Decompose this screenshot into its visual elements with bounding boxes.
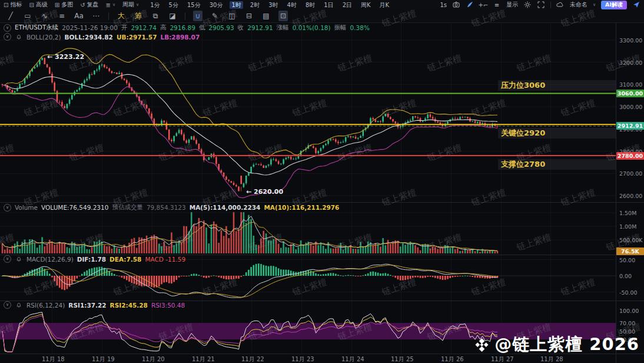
symbol-name[interactable]: ETH/USDT永续	[15, 24, 58, 32]
layout-name-dropdown[interactable]: 未命名	[570, 1, 587, 9]
divider	[185, 12, 185, 20]
fullscreen-icon[interactable]	[537, 1, 545, 9]
menu-chart-type[interactable]: ≣∨	[106, 2, 116, 8]
macd-dif-value: DIF:1.78	[77, 256, 106, 263]
alert-bell-icon[interactable]	[15, 255, 23, 263]
collapse-icon[interactable]: ∨	[4, 255, 11, 263]
timeframe-15分[interactable]: 15分	[185, 1, 203, 9]
collapse-icon[interactable]: ∨	[4, 24, 11, 32]
divider	[550, 2, 551, 8]
menu-replay-icon: ↺	[80, 2, 85, 8]
boll-mid-value: BOLL:2934.82	[65, 34, 113, 41]
timeframe-4时[interactable]: 4时	[286, 1, 298, 9]
alert-bell-icon[interactable]	[15, 301, 23, 309]
channel-badge: @链上紫檀 2026	[474, 333, 639, 357]
gear-icon[interactable]	[523, 1, 532, 9]
collapse-icon[interactable]: ∨	[4, 33, 11, 41]
timeframe-group: 1分5分15分30分1时2时3时4时8时1日2日周K月K	[148, 1, 391, 9]
top-toolbar: ⊡指标⊟高级⊞多图↺复盘≣∨周期∨ 1分5分15分30分1时2时3时4时8时1日…	[0, 0, 644, 9]
high-value: 2916.89	[170, 24, 195, 31]
change-label: 涨幅	[277, 24, 289, 32]
brush-icon[interactable]	[466, 1, 474, 9]
low-value: 2905.93	[208, 24, 234, 31]
high-label: 高	[160, 24, 167, 32]
low-label: 低	[199, 24, 205, 32]
volume-name: Volume	[15, 204, 38, 211]
snapshot-tool-icon[interactable]: ⊡	[278, 11, 288, 21]
timeframe-2时[interactable]: 2时	[248, 1, 261, 9]
menu-indicators[interactable]: ⊡指标	[4, 1, 22, 9]
timeframe-2日[interactable]: 2日	[341, 1, 354, 9]
macd-dea-value: DEA:7.58	[109, 256, 141, 263]
menu-advanced[interactable]: ⊟高级	[29, 1, 47, 9]
camera-icon[interactable]	[452, 1, 460, 9]
divider	[108, 12, 109, 20]
timeframe-5分[interactable]: 5分	[167, 1, 180, 9]
chevron-down-icon: ∨	[136, 2, 139, 7]
menu-group: ⊡指标⊟高级⊞多图↺复盘≣∨周期∨	[4, 1, 139, 9]
menu-multichart[interactable]: ⊞多图	[55, 1, 73, 9]
volume-ma10-value: MA(10):116,211.2976	[264, 204, 339, 211]
timeframe-3时[interactable]: 3时	[267, 1, 280, 9]
parallel-lines-icon[interactable]: ≡	[57, 11, 67, 21]
candle-datetime: 2025-11-26 19:00	[62, 24, 118, 31]
shape-rect-icon[interactable]: ▭	[23, 11, 32, 21]
timeframe-30分[interactable]: 30分	[208, 1, 225, 9]
timeframe-月K[interactable]: 月K	[378, 1, 391, 9]
share-icon[interactable]	[632, 1, 640, 9]
volume-est-label: 预估成交量	[112, 203, 143, 212]
wave-line-icon[interactable]: ∿	[40, 11, 49, 21]
menu-chart-type-icon: ≣	[106, 2, 111, 8]
timeframe-1日[interactable]: 1日	[322, 1, 335, 9]
volume-ma5-value: MA(5):114,000.2234	[190, 204, 261, 211]
timeframe-周K[interactable]: 周K	[359, 1, 373, 9]
ai-analysis-button[interactable]: AI解读	[601, 1, 627, 9]
change-value: 0.01%(0.18)	[293, 24, 331, 31]
cloud-icon	[556, 1, 565, 9]
trash-icon[interactable]: ⊟	[244, 11, 254, 21]
drawing-toolbar: ╱▭∿≡Aa⋯大筹⧉◪∪✎◫⊟▤⊡	[0, 9, 644, 23]
display-menu[interactable]: 显示	[506, 1, 518, 9]
close-label: 收	[238, 24, 244, 32]
menu-indicators-icon: ⊡	[4, 2, 8, 8]
menu-period[interactable]: 周期∨	[122, 1, 139, 9]
edit-pencil-icon[interactable]: ✎	[210, 11, 220, 21]
menu-replay[interactable]: ↺复盘	[80, 1, 98, 9]
volume-indicator-row: ∨ Volume VOLUME:76,549.2310 预估成交量 79,854…	[4, 203, 339, 212]
symbol-info-row: ∨ ETH/USDT永续 2025-11-26 19:00 开2912.74 高…	[4, 24, 370, 32]
chip-distribution-tool[interactable]: 筹	[134, 11, 143, 21]
boll-ub-value: UB:2971.57	[117, 34, 157, 41]
macd-hist-value: MACD -11.59	[145, 256, 185, 263]
open-label: 开	[121, 24, 128, 32]
boll-name: BOLL(20,2)	[26, 34, 61, 41]
timeframe-8时[interactable]: 8时	[304, 1, 317, 9]
open-value: 2912.74	[131, 24, 156, 31]
eraser-icon[interactable]: ◪	[168, 11, 177, 21]
trend-line-icon[interactable]: ╱	[6, 11, 15, 21]
toolbar-right: 1s +⌐ ≡ 显示 未命名 ∨ AI解读	[440, 1, 640, 9]
more-tools-icon[interactable]: ⋯	[91, 11, 101, 21]
interval-badge[interactable]: 1s	[440, 2, 447, 8]
rsi-name: RSI(6,12,24)	[26, 302, 65, 309]
rsi-indicator-row: ∨ RSI(6,12,24) RSI1:37.22 RSI2:45.28 RSI…	[4, 301, 185, 309]
text-tool[interactable]: Aa	[74, 11, 84, 21]
font-size-tool[interactable]: 大	[117, 11, 126, 21]
collapse-icon[interactable]: ∨	[4, 204, 11, 212]
boll-lb-value: LB:2898.07	[160, 34, 200, 41]
magnet-icon[interactable]: ∪	[193, 11, 203, 21]
list-icon[interactable]: ≡	[493, 1, 501, 9]
notes-icon[interactable]: ▤	[261, 11, 271, 21]
amplitude-label: 振幅	[334, 24, 347, 32]
macd-indicator-row: ∨ MACD(12,26,9) DIF:1.78 DEA:7.58 MACD -…	[4, 255, 185, 263]
copy-tool-icon[interactable]: ⧉	[151, 11, 160, 21]
add-chart-icon[interactable]: +⌐	[479, 1, 487, 9]
alert-bell-icon[interactable]	[15, 33, 23, 41]
badge-text: @链上紫檀 2026	[494, 333, 639, 357]
timeframe-1分[interactable]: 1分	[148, 1, 161, 9]
diamond-logo-icon	[474, 337, 490, 353]
collapse-icon[interactable]: ∨	[4, 301, 11, 309]
measure-icon[interactable]: ◫	[227, 11, 237, 21]
rsi3-value: RSI3:50.48	[151, 302, 185, 309]
timeframe-1时[interactable]: 1时	[230, 1, 243, 9]
chevron-down-icon: ∨	[593, 2, 596, 7]
